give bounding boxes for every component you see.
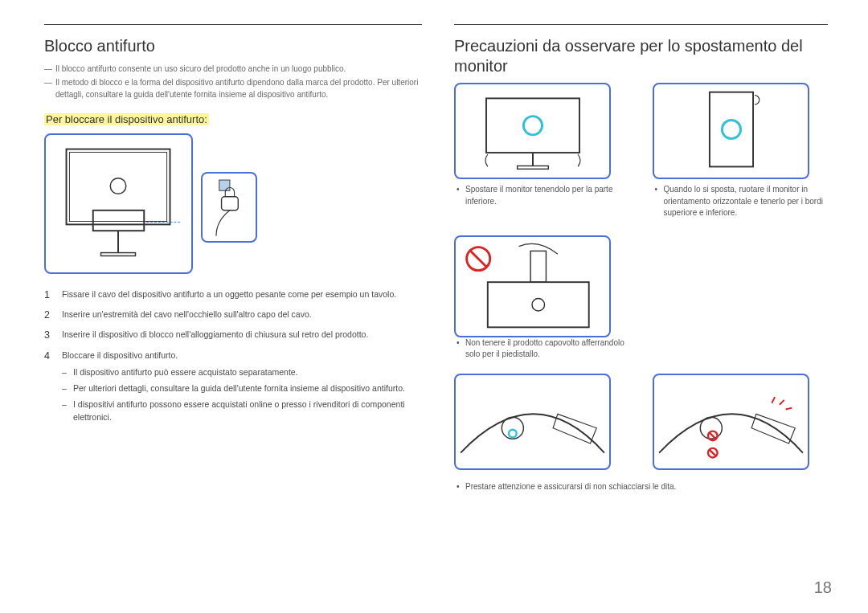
- page-number: 18: [814, 578, 832, 597]
- substep-item: I dispositivi antifurto possono essere a…: [62, 398, 422, 423]
- figure-hold-bottom: [454, 83, 611, 179]
- svg-rect-19: [530, 251, 546, 282]
- figure-lock-closeup: [201, 172, 257, 243]
- svg-line-16: [470, 250, 487, 267]
- svg-rect-17: [488, 282, 589, 327]
- caption-text: Quando lo si sposta, ruotare il monitor …: [653, 184, 829, 219]
- figure-finger-warning: [653, 374, 809, 470]
- caption-text: Spostare il monitor tenendolo per la par…: [454, 184, 630, 207]
- left-column: Blocco antifurto Il blocco antifurto con…: [44, 24, 422, 502]
- svg-rect-12: [518, 166, 549, 170]
- section-heading-precautions: Precauzioni da osservare per lo spostame…: [454, 36, 828, 76]
- step-item: Inserire un'estremità del cavo nell'occh…: [44, 309, 422, 321]
- note-list: Il blocco antifurto consente un uso sicu…: [44, 63, 422, 100]
- step-item: Bloccare il dispositivo antifurto. Il di…: [44, 349, 422, 423]
- step-item: Fissare il cavo del dispositivo antifurt…: [44, 288, 422, 300]
- substep-item: Per ulteriori dettagli, consultare la gu…: [62, 382, 422, 394]
- figure-row-antitheft: [44, 133, 422, 274]
- svg-line-26: [709, 449, 715, 456]
- caption: Non tenere il prodotto capovolto afferra…: [454, 337, 630, 361]
- substeps-list: Il dispositivo antifurto può essere acqu…: [62, 366, 422, 423]
- svg-point-22: [700, 417, 722, 439]
- caption: Spostare il monitor tenendolo per la par…: [454, 184, 630, 207]
- step-item: Inserire il dispositivo di blocco nell'a…: [44, 329, 422, 341]
- figure-monitor-rear-lock: [44, 133, 193, 274]
- svg-point-18: [532, 298, 544, 310]
- substep-item: Il dispositivo antifurto può essere acqu…: [62, 366, 422, 378]
- svg-rect-13: [709, 92, 752, 167]
- svg-point-21: [509, 429, 517, 437]
- svg-point-10: [523, 116, 542, 135]
- svg-rect-9: [486, 98, 579, 153]
- note-item: Il metodo di blocco e la forma del dispo…: [44, 76, 422, 100]
- right-column: Precauzioni da osservare per lo spostame…: [454, 24, 828, 502]
- caption: Prestare attenzione e assicurarsi di non…: [454, 481, 828, 493]
- caption-text: Prestare attenzione e assicurarsi di non…: [454, 481, 828, 493]
- svg-rect-5: [101, 253, 136, 256]
- figure-do-not-hold-stand: [454, 235, 611, 337]
- svg-point-14: [722, 120, 740, 138]
- figure-row-bottom: [454, 374, 828, 475]
- figure-rotate-horizontal: [653, 83, 809, 179]
- svg-rect-7: [219, 180, 230, 190]
- section-heading-antitheft: Blocco antifurto: [44, 36, 422, 56]
- note-item: Il blocco antifurto consente un uso sicu…: [44, 63, 422, 75]
- svg-rect-0: [67, 149, 170, 225]
- subheading-highlighted: Per bloccare il dispositivo antifurto:: [44, 113, 209, 125]
- caption-text: Non tenere il prodotto capovolto afferra…: [454, 337, 630, 361]
- svg-line-24: [709, 432, 715, 439]
- svg-rect-2: [93, 210, 145, 231]
- figure-finger-ok: [454, 374, 611, 470]
- figure-row-middle: Non tenere il prodotto capovolto afferra…: [454, 235, 828, 370]
- svg-point-20: [502, 417, 523, 439]
- svg-rect-8: [222, 197, 239, 210]
- section-rule: [44, 24, 422, 25]
- svg-point-3: [110, 178, 126, 194]
- steps-list: Fissare il cavo del dispositivo antifurt…: [44, 288, 422, 423]
- figure-row-top: Spostare il monitor tenendolo per la par…: [454, 83, 828, 229]
- caption: Quando lo si sposta, ruotare il monitor …: [653, 184, 829, 219]
- section-rule: [454, 24, 828, 25]
